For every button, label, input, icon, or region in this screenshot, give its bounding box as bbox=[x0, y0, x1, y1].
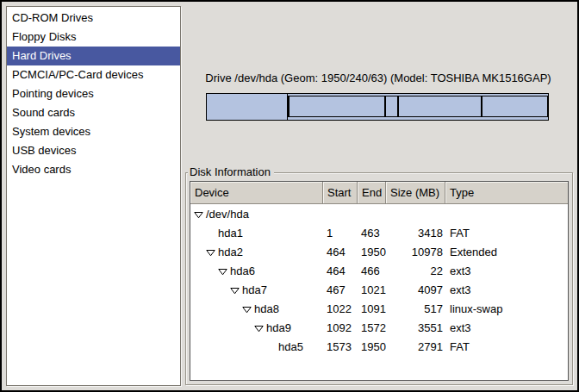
column-header-start[interactable]: Start bbox=[323, 182, 358, 204]
device-cell: hda7 bbox=[190, 283, 323, 296]
expander-open-icon[interactable] bbox=[206, 248, 215, 258]
end-cell: 1950 bbox=[358, 246, 386, 258]
device-cell: hda8 bbox=[190, 302, 323, 315]
end-cell: 1950 bbox=[358, 340, 386, 353]
device-cell: hda1 bbox=[190, 227, 323, 240]
partition-table-header: DeviceStartEndSize (MB)Type bbox=[190, 182, 568, 204]
expander-open-icon[interactable] bbox=[230, 286, 240, 296]
type-cell: ext3 bbox=[445, 283, 568, 296]
partition-segment-hda8 bbox=[385, 96, 397, 117]
type-cell: ext3 bbox=[445, 264, 568, 277]
end-cell: 1021 bbox=[358, 283, 386, 296]
device-name: /dev/hda bbox=[206, 208, 249, 221]
expander-open-icon[interactable] bbox=[194, 210, 203, 220]
partition-segment-hda9 bbox=[398, 96, 482, 117]
sidebar-item-floppy-disks[interactable]: Floppy Disks bbox=[7, 28, 180, 47]
expander-open-icon[interactable] bbox=[254, 324, 264, 333]
device-cell: hda6 bbox=[190, 264, 323, 277]
column-header-type[interactable]: Type bbox=[445, 182, 568, 204]
size-cell: 517 bbox=[386, 302, 445, 315]
device-cell: hda9 bbox=[190, 321, 323, 334]
device-name: hda8 bbox=[254, 302, 279, 315]
sidebar-item-cd-rom-drives[interactable]: CD-ROM Drives bbox=[7, 9, 180, 28]
start-cell: 464 bbox=[323, 264, 358, 277]
size-cell: 4097 bbox=[386, 283, 445, 296]
table-row-hda1[interactable]: hda114633418FAT bbox=[190, 223, 568, 242]
table-row-hda6[interactable]: hda646446622ext3 bbox=[190, 261, 568, 280]
start-cell: 1 bbox=[323, 227, 358, 240]
expander-open-icon[interactable] bbox=[242, 305, 252, 314]
device-category-list[interactable]: CD-ROM DrivesFloppy DisksHard DrivesPCMC… bbox=[6, 6, 181, 386]
sidebar-item-system-devices[interactable]: System devices bbox=[7, 122, 180, 141]
start-cell: 1573 bbox=[323, 340, 358, 353]
table-row-hda9[interactable]: hda9109215723551ext3 bbox=[190, 318, 568, 337]
column-header-device[interactable]: Device bbox=[190, 182, 323, 204]
table-row-hda8[interactable]: hda810221091517linux-swap bbox=[190, 299, 568, 318]
start-cell: 1022 bbox=[323, 302, 358, 315]
device-cell: hda5 bbox=[190, 340, 323, 353]
type-cell: FAT bbox=[445, 227, 568, 240]
size-cell: 2791 bbox=[386, 340, 445, 353]
size-cell: 22 bbox=[386, 264, 445, 277]
sidebar-item-pointing-devices[interactable]: Pointing devices bbox=[7, 84, 180, 103]
hardware-browser-window: CD-ROM DrivesFloppy DisksHard DrivesPCMC… bbox=[0, 0, 579, 392]
device-name: hda7 bbox=[242, 283, 267, 296]
device-name: hda5 bbox=[278, 340, 303, 353]
partition-segment-hda5 bbox=[482, 96, 548, 117]
column-header-size[interactable]: Size (MB) bbox=[386, 182, 445, 204]
table-row-hda7[interactable]: hda746710214097ext3 bbox=[190, 280, 568, 299]
type-cell: ext3 bbox=[445, 321, 568, 334]
device-name: hda1 bbox=[218, 227, 243, 240]
sidebar-item-pcmcia-pc-card-devices[interactable]: PCMCIA/PC-Card devices bbox=[7, 65, 180, 84]
end-cell: 466 bbox=[358, 264, 386, 277]
start-cell: 464 bbox=[323, 246, 358, 258]
partition-bar bbox=[206, 93, 549, 121]
start-cell: 1092 bbox=[323, 321, 358, 334]
disk-information-frame-label: Disk Information bbox=[188, 165, 274, 179]
partition-segment-hda1 bbox=[207, 94, 288, 120]
end-cell: 1572 bbox=[358, 321, 386, 334]
partition-segment-hda7 bbox=[289, 96, 386, 117]
sidebar-item-hard-drives[interactable]: Hard Drives bbox=[7, 47, 180, 65]
type-cell: FAT bbox=[445, 340, 568, 353]
type-cell: Extended bbox=[445, 246, 568, 258]
device-name: hda6 bbox=[230, 264, 255, 277]
device-cell: hda2 bbox=[190, 246, 323, 258]
end-cell: 1091 bbox=[358, 302, 386, 315]
end-cell: 463 bbox=[358, 227, 386, 240]
size-cell: 3551 bbox=[386, 321, 445, 334]
table-row--dev-hda[interactable]: /dev/hda bbox=[190, 204, 568, 223]
start-cell: 467 bbox=[323, 283, 358, 296]
sidebar-item-usb-devices[interactable]: USB devices bbox=[7, 141, 180, 160]
type-cell: linux-swap bbox=[445, 302, 568, 315]
table-row-hda5[interactable]: hda5157319502791FAT bbox=[190, 337, 568, 356]
drive-description: Drive /dev/hda (Geom: 1950/240/63) (Mode… bbox=[189, 72, 568, 84]
sidebar-item-video-cards[interactable]: Video cards bbox=[7, 160, 180, 179]
device-name: hda9 bbox=[266, 321, 291, 334]
column-header-end[interactable]: End bbox=[358, 182, 386, 204]
size-cell: 10978 bbox=[386, 246, 445, 258]
partition-table-body: /dev/hdahda114633418FAThda2464195010978E… bbox=[190, 204, 568, 356]
partition-table: DeviceStartEndSize (MB)Type /dev/hdahda1… bbox=[190, 181, 569, 381]
device-cell: /dev/hda bbox=[190, 208, 323, 221]
expander-open-icon[interactable] bbox=[218, 267, 227, 277]
size-cell: 3418 bbox=[386, 227, 445, 240]
device-name: hda2 bbox=[218, 246, 243, 258]
disk-information-frame: Disk Information DeviceStartEndSize (MB)… bbox=[185, 172, 573, 385]
sidebar-item-sound-cards[interactable]: Sound cards bbox=[7, 103, 180, 122]
table-row-hda2[interactable]: hda2464195010978Extended bbox=[190, 242, 568, 261]
